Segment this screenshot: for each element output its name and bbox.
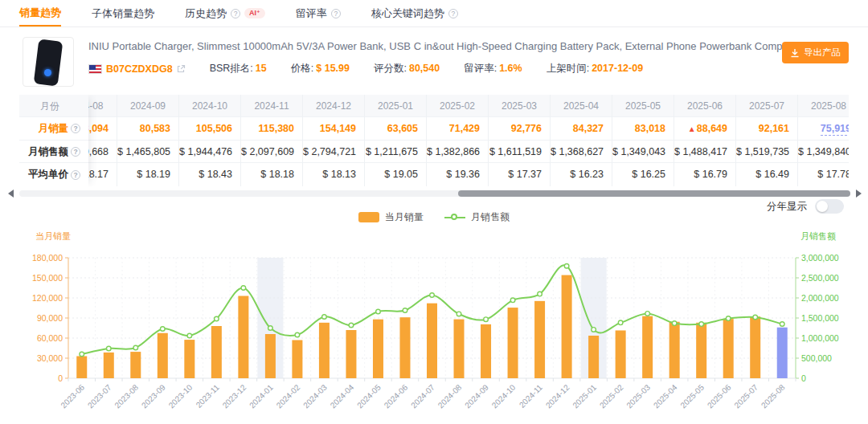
sales-bar-2025-01[interactable] bbox=[588, 336, 599, 378]
table-scrollbar-track[interactable] bbox=[19, 190, 849, 197]
column-month: 2024-11 bbox=[241, 95, 302, 117]
left-tick-label: 180,000 bbox=[32, 253, 63, 263]
x-label-2025-05: 2025-05 bbox=[678, 382, 706, 410]
sales-bar-2024-08[interactable] bbox=[454, 320, 465, 378]
sales-bar-2025-02[interactable] bbox=[616, 330, 626, 378]
cell-revenue: $ 1,519,735 bbox=[736, 141, 797, 163]
help-icon[interactable]: ? bbox=[231, 9, 240, 18]
revenue-point-2023-11[interactable] bbox=[215, 316, 219, 321]
sales-bar-2023-12[interactable] bbox=[238, 296, 248, 379]
sales-value: 71,429 bbox=[449, 123, 480, 134]
help-icon[interactable]: ? bbox=[71, 147, 80, 157]
ai-badge: AI⁺ bbox=[244, 8, 265, 18]
scroll-left-arrow[interactable] bbox=[8, 190, 14, 198]
help-icon[interactable]: ? bbox=[71, 124, 80, 133]
row-label-revenue: 月销售额? bbox=[19, 141, 80, 162]
revenue-point-2024-10[interactable] bbox=[510, 298, 515, 303]
table-scrollbar-thumb[interactable] bbox=[458, 190, 850, 197]
revenue-point-2024-07[interactable] bbox=[430, 293, 435, 298]
revenue-point-2023-08[interactable] bbox=[133, 345, 138, 350]
help-icon[interactable]: ? bbox=[448, 9, 458, 18]
sales-bar-2024-06[interactable] bbox=[399, 317, 410, 378]
sales-bar-2024-10[interactable] bbox=[508, 308, 518, 378]
sales-bar-2024-07[interactable] bbox=[427, 304, 437, 378]
revenue-point-2024-03[interactable] bbox=[322, 315, 327, 320]
sales-bar-2023-11[interactable] bbox=[211, 326, 222, 378]
sales-value[interactable]: 75,919 bbox=[821, 123, 849, 136]
tab-留评率[interactable]: 留评率? bbox=[296, 0, 341, 26]
sales-bar-2025-07[interactable] bbox=[750, 316, 760, 378]
x-label-2024-03: 2024-03 bbox=[301, 382, 329, 410]
sales-bar-2024-09[interactable] bbox=[481, 324, 491, 378]
revenue-point-2023-09[interactable] bbox=[161, 327, 166, 332]
cell-revenue: $ 1,349,043 bbox=[612, 141, 674, 163]
revenue-point-2024-05[interactable] bbox=[376, 309, 381, 314]
scroll-right-arrow[interactable] bbox=[856, 190, 862, 198]
revenue-point-2024-06[interactable] bbox=[403, 308, 407, 313]
legend-item-当月销量[interactable]: 当月销量 bbox=[358, 210, 424, 224]
revenue-point-2025-03[interactable] bbox=[645, 312, 650, 316]
revenue-point-2024-12[interactable] bbox=[564, 263, 569, 268]
revenue-point-2024-11[interactable] bbox=[538, 292, 542, 296]
help-icon[interactable]: ? bbox=[71, 170, 80, 180]
revenue-point-2023-12[interactable] bbox=[241, 286, 246, 291]
sales-bar-2024-02[interactable] bbox=[292, 340, 302, 379]
tab-子体销量趋势[interactable]: 子体销量趋势 bbox=[92, 0, 154, 26]
revenue-point-2024-01[interactable] bbox=[268, 326, 273, 331]
metric-label: 留评率: bbox=[464, 63, 497, 74]
sales-bar-2024-11[interactable] bbox=[534, 301, 545, 378]
sales-bar-2024-01[interactable] bbox=[265, 334, 276, 378]
revenue-point-2025-04[interactable] bbox=[672, 321, 677, 326]
column-month: 2025-04 bbox=[551, 95, 612, 117]
sales-bar-2023-10[interactable] bbox=[184, 340, 194, 378]
revenue-point-2025-05[interactable] bbox=[699, 322, 704, 327]
x-label-2024-09: 2024-09 bbox=[463, 382, 490, 410]
legend-bar-swatch bbox=[358, 212, 379, 222]
revenue-point-2025-01[interactable] bbox=[592, 328, 596, 332]
cell-price: $ 17.78 bbox=[798, 163, 849, 186]
tab-历史趋势[interactable]: 历史趋势?AI⁺ bbox=[185, 0, 265, 26]
sales-bar-2024-12[interactable] bbox=[562, 275, 572, 378]
revenue-point-2024-02[interactable] bbox=[295, 332, 300, 337]
revenue-point-2024-09[interactable] bbox=[484, 317, 489, 322]
sales-bar-2025-05[interactable] bbox=[696, 323, 706, 378]
sales-bar-2023-07[interactable] bbox=[104, 353, 114, 378]
revenue-point-2023-07[interactable] bbox=[106, 346, 111, 351]
tab-销量趋势[interactable]: 销量趋势 bbox=[19, 0, 61, 26]
sales-bar-2024-05[interactable] bbox=[373, 320, 383, 378]
x-label-2024-04: 2024-04 bbox=[329, 382, 356, 410]
revenue-point-2025-06[interactable] bbox=[726, 316, 731, 321]
sales-bar-2025-04[interactable] bbox=[669, 322, 680, 378]
cell-price: $ 16.49 bbox=[736, 163, 797, 186]
table-column-2025-01: 2025-0163,605$ 1,211,675$ 19.05 bbox=[364, 95, 426, 186]
revenue-point-2023-06[interactable] bbox=[80, 352, 84, 357]
external-link-icon[interactable] bbox=[177, 64, 186, 73]
revenue-point-2025-08[interactable] bbox=[780, 322, 784, 327]
sales-bar-2025-06[interactable] bbox=[723, 319, 734, 378]
help-icon[interactable]: ? bbox=[331, 9, 341, 18]
sales-bar-2023-08[interactable] bbox=[130, 352, 141, 378]
sales-bar-2025-08[interactable] bbox=[777, 328, 788, 378]
revenue-point-2025-07[interactable] bbox=[753, 315, 758, 320]
sales-bar-2024-03[interactable] bbox=[319, 323, 330, 378]
revenue-point-2024-08[interactable] bbox=[457, 312, 461, 316]
right-tick-label: 1,500,000 bbox=[801, 313, 839, 323]
table-column-2025-06: 2025-06▲88,649$ 1,488,417$ 16.79 bbox=[674, 95, 735, 186]
sales-bar-2024-04[interactable] bbox=[346, 330, 356, 378]
sales-bar-2023-09[interactable] bbox=[158, 333, 168, 378]
table-column-2024-09: 2024-0980,583$ 1,465,805$ 18.19 bbox=[117, 95, 178, 186]
product-asin-link[interactable]: B07CZDXDG8 bbox=[106, 63, 173, 75]
sales-bar-2023-06[interactable] bbox=[76, 357, 87, 379]
export-product-button[interactable]: 导出产品 bbox=[782, 42, 849, 63]
legend-item-月销售额[interactable]: 月销售额 bbox=[444, 210, 510, 224]
revenue-point-2025-02[interactable] bbox=[618, 320, 623, 325]
metric-value: 15 bbox=[256, 63, 267, 74]
tab-核心关键词趋势[interactable]: 核心关键词趋势? bbox=[371, 0, 458, 26]
x-label-2025-04: 2025-04 bbox=[652, 382, 679, 410]
product-image[interactable] bbox=[23, 37, 74, 87]
tab-bar: 销量趋势子体销量趋势历史趋势?AI⁺留评率?核心关键词趋势? bbox=[0, 0, 868, 27]
revenue-point-2023-10[interactable] bbox=[187, 333, 192, 338]
revenue-point-2024-04[interactable] bbox=[349, 323, 354, 328]
product-title[interactable]: INIU Portable Charger, Slimmest 10000mAh… bbox=[88, 40, 796, 52]
sales-bar-2025-03[interactable] bbox=[642, 316, 653, 378]
